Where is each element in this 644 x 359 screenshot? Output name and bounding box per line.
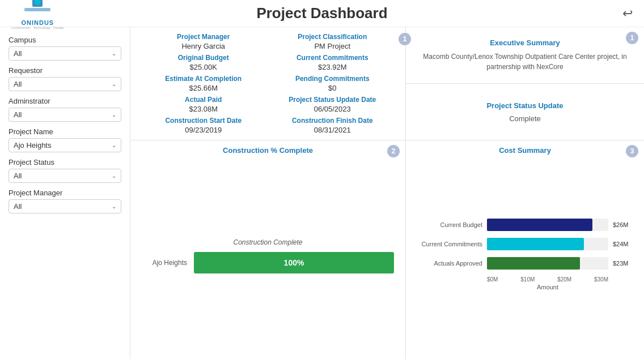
cost-bar-label-1: Current Commitments [417, 241, 482, 247]
project-classification-cell: Project Classification PM Project 1 [271, 33, 395, 50]
cost-axis-3: $30M [594, 276, 608, 283]
chevron-down-icon: ⌄ [112, 203, 116, 210]
estimate-completion-cell: Estimate At Completion $25.66M [142, 75, 265, 92]
construction-finish-label: Construction Finish Date [292, 117, 373, 125]
project-status-value: Complete [509, 114, 541, 123]
cost-bar-row-1: Current Commitments $24M [417, 238, 633, 250]
badge-cost-3: 3 [626, 145, 638, 157]
current-commitments-cell: Current Commitments $23.92M [271, 54, 395, 71]
cost-summary-title: Cost Summary [417, 146, 633, 155]
project-classification-value: PM Project [314, 42, 350, 50]
current-commitments-value: $23.92M [318, 63, 347, 71]
chevron-down-icon: ⌄ [112, 81, 116, 87]
badge-exec-1: 1 [626, 32, 638, 44]
original-budget-label: Original Budget [178, 54, 229, 62]
filter-project-status-select[interactable]: All ⌄ [9, 169, 121, 183]
filter-requestor: Requestor All ⌄ [9, 66, 121, 91]
chevron-down-icon: ⌄ [112, 50, 116, 57]
pending-commitments-cell: Pending Commitments $0 [271, 75, 395, 92]
filter-project-status: Project Status All ⌄ [9, 158, 121, 183]
construction-complete-label: Construction Complete [233, 238, 302, 246]
filter-administrator: Adminstrator All ⌄ [9, 97, 121, 122]
cost-bar-fill-2 [487, 257, 580, 270]
construction-finish-value: 08/31/2021 [314, 126, 351, 134]
original-budget-cell: Original Budget $25.00K [142, 54, 265, 71]
construction-bar-track: 100% [194, 252, 394, 273]
construction-bar-percentage: 100% [284, 258, 304, 267]
cost-bar-fill-1 [487, 238, 584, 250]
cost-bar-fill-0 [487, 219, 592, 231]
pending-commitments-value: $0 [328, 84, 336, 92]
logo-area: ONINDUS Construction · Technology · Peop… [11, 0, 64, 29]
filter-requestor-label: Requestor [9, 66, 121, 75]
filter-requestor-select[interactable]: All ⌄ [9, 77, 121, 91]
filter-project-manager-select[interactable]: All ⌄ [9, 199, 121, 213]
estimate-completion-value: $25.66M [189, 84, 218, 92]
project-classification-label: Project Classification [298, 33, 367, 41]
construction-panel: Construction % Complete 2 Construction C… [130, 140, 406, 359]
project-manager-label: Project Manager [177, 33, 230, 41]
filter-administrator-label: Adminstrator [9, 97, 121, 105]
chevron-down-icon: ⌄ [112, 173, 116, 179]
cost-bar-row-2: Actuals Approved $23M [417, 257, 633, 270]
filter-project-name: Project Name Ajo Heights ⌄ [9, 127, 121, 152]
cost-summary-panel: Cost Summary 3 Current Budget $26M [406, 140, 644, 359]
project-status-panel: Project Status Update Complete [406, 84, 644, 140]
logo-icon [24, 0, 50, 19]
construction-finish-cell: Construction Finish Date 08/31/2021 [271, 117, 395, 134]
executive-summary-title: Executive Summary [490, 39, 560, 47]
executive-summary-text: Macomb County/Lenox Township Outpatient … [414, 52, 635, 72]
filter-project-manager: Project Manager All ⌄ [9, 189, 121, 213]
cost-bar-track-0 [487, 219, 608, 231]
actual-paid-value: $23.08M [189, 105, 218, 113]
back-button[interactable]: ↩ [622, 6, 633, 21]
executive-summary-panel: Executive Summary Macomb County/Lenox To… [406, 27, 644, 84]
project-manager-value: Henry Garcia [181, 42, 225, 50]
filter-project-name-select[interactable]: Ajo Heights ⌄ [9, 138, 121, 152]
cost-bar-value-1: $24M [613, 241, 633, 247]
project-status-title: Project Status Update [486, 101, 563, 110]
cost-bar-label-0: Current Budget [417, 221, 482, 228]
project-info-panel: Project Manager Henry Garcia Project Cla… [130, 27, 406, 140]
logo-name: ONINDUS [21, 19, 54, 26]
cost-bar-value-0: $26M [613, 221, 633, 228]
project-manager-cell: Project Manager Henry Garcia [142, 33, 265, 50]
right-top-panels: Executive Summary Macomb County/Lenox To… [406, 27, 644, 140]
filter-project-name-label: Project Name [9, 127, 121, 136]
cost-axis-2: $20M [557, 276, 571, 283]
estimate-completion-label: Estimate At Completion [165, 75, 242, 83]
cost-bar-label-2: Actuals Approved [417, 260, 482, 267]
svg-rect-2 [24, 8, 50, 11]
construction-start-cell: Construction Start Date 09/23/2019 [142, 117, 265, 134]
cost-bar-value-2: $23M [613, 260, 633, 267]
construction-bar-fill: 100% [194, 252, 394, 273]
filter-project-manager-label: Project Manager [9, 189, 121, 197]
cost-bar-track-2 [487, 257, 608, 270]
construction-start-value: 09/23/2019 [185, 126, 222, 134]
sidebar: Campus All ⌄ Requestor All ⌄ Adminstrato… [0, 27, 130, 359]
original-budget-value: $25.00K [190, 63, 217, 71]
construction-start-label: Construction Start Date [165, 117, 242, 125]
status-update-date-cell: Project Status Update Date 06/05/2023 [271, 96, 395, 113]
filter-campus-label: Campus [9, 36, 121, 44]
status-update-date-value: 06/05/2023 [314, 105, 351, 113]
filter-campus-select[interactable]: All ⌄ [9, 46, 121, 61]
filter-administrator-select[interactable]: All ⌄ [9, 108, 121, 122]
filter-campus: Campus All ⌄ [9, 36, 121, 61]
badge-construction-2: 2 [387, 145, 400, 157]
cost-bar-track-1 [487, 238, 608, 250]
current-commitments-label: Current Commitments [296, 54, 368, 62]
pending-commitments-label: Pending Commitments [295, 75, 370, 83]
page-title: Project Dashboard [256, 5, 387, 22]
cost-bars-container: Current Budget $26M Current Commitments [417, 158, 633, 353]
status-update-date-label: Project Status Update Date [289, 96, 376, 104]
construction-bar-project-name: Ajo Heights [142, 259, 187, 267]
cost-axis-title: Amount [487, 284, 608, 290]
svg-rect-1 [35, 0, 40, 5]
chevron-down-icon: ⌄ [112, 142, 116, 148]
cost-bar-row-0: Current Budget $26M [417, 219, 633, 231]
actual-paid-label: Actual Paid [185, 96, 222, 104]
actual-paid-cell: Actual Paid $23.08M [142, 96, 265, 113]
filter-project-status-label: Project Status [9, 158, 121, 166]
cost-axis-0: $0M [487, 276, 498, 283]
